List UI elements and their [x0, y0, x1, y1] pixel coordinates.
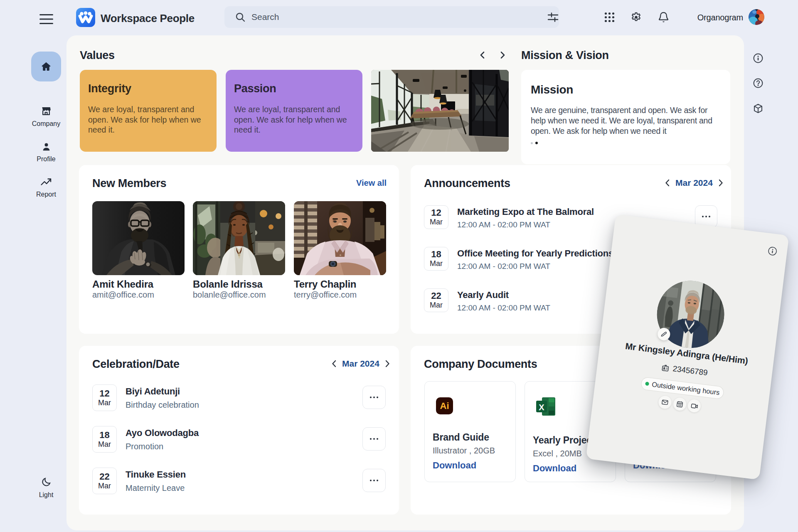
svg-text:X: X — [539, 403, 544, 412]
